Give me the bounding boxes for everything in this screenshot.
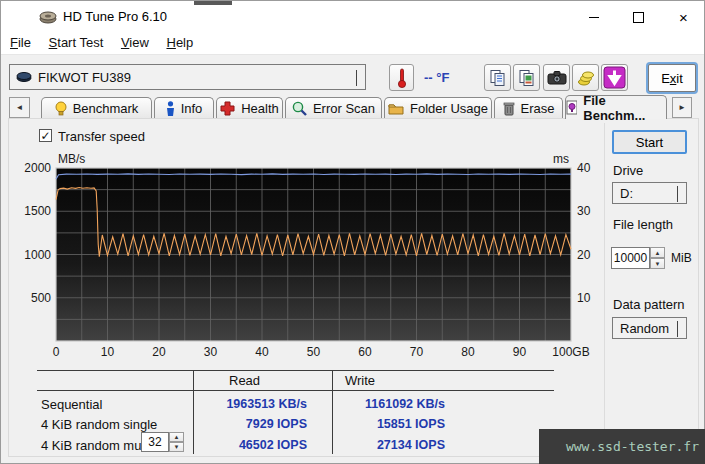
minimize-button[interactable] [571, 1, 616, 33]
drive-select[interactable]: D: [612, 182, 687, 204]
file-length-spinner: ▲ ▼ [650, 247, 665, 269]
transfer-speed-label: Transfer speed [58, 129, 145, 144]
row-sequential-label: Sequential [41, 397, 102, 412]
sequential-read-value: 1963513 KB/s [193, 397, 307, 411]
data-pattern-chevron-icon [677, 321, 686, 336]
tab-scroll-left-button[interactable]: ◄ [9, 97, 30, 118]
tab-scroll-right-icon: ► [678, 103, 686, 112]
row-random-multi-label: 4 KiB random multi [41, 438, 151, 453]
drive-select-value: D: [620, 186, 633, 201]
save-results-button[interactable] [601, 64, 628, 91]
menu-help[interactable]: Help [159, 33, 200, 52]
queue-depth-up-button[interactable]: ▲ [169, 432, 184, 442]
coins-button[interactable] [572, 64, 599, 91]
svg-text:40: 40 [255, 345, 269, 359]
menu-start-test[interactable]: Start Test [42, 33, 111, 52]
tab-scroll-right-button[interactable]: ► [672, 97, 692, 118]
temperature-value: -- °F [424, 70, 449, 85]
svg-text:1000: 1000 [24, 248, 51, 262]
close-icon: × [679, 10, 688, 25]
benchmark-chart: MB/sms2000150010005004030201001020304050… [19, 151, 625, 363]
random-single-write-value: 15851 IOPS [333, 417, 445, 431]
check-icon: ✓ [40, 130, 50, 142]
tab-erase[interactable]: Erase [494, 97, 563, 119]
queue-depth-input[interactable]: 32 [141, 432, 169, 452]
copy-image-button[interactable] [513, 64, 540, 91]
background-window-artifact [194, 1, 232, 5]
svg-text:0: 0 [53, 345, 60, 359]
tab-health[interactable]: Health [216, 97, 283, 119]
svg-text:70: 70 [410, 345, 424, 359]
device-select[interactable]: FIKWOT FU389 [9, 64, 366, 90]
camera-icon [547, 70, 567, 86]
screenshot-button[interactable] [543, 64, 570, 91]
svg-text:80: 80 [461, 345, 475, 359]
transfer-speed-checkbox[interactable]: ✓ [39, 129, 52, 142]
random-multi-read-value: 46502 IOPS [193, 438, 307, 452]
tab-file-benchmark[interactable]: File Benchm... [565, 95, 667, 119]
queue-depth-down-button[interactable]: ▼ [169, 442, 184, 452]
copy-text-icon [489, 69, 507, 87]
results-header-line [37, 390, 554, 391]
title-bar: HD Tune Pro 6.10 × [1, 1, 704, 33]
info-icon [166, 101, 175, 116]
svg-text:30: 30 [204, 345, 218, 359]
arrow-down-icon: ▼ [174, 444, 180, 450]
svg-text:60: 60 [358, 345, 372, 359]
benchmark-bulb-icon [55, 101, 67, 116]
copy-text-button[interactable] [484, 64, 511, 91]
svg-text:500: 500 [31, 291, 51, 305]
menu-bar: File Start Test View Help [1, 33, 704, 54]
tab-folder-usage[interactable]: Folder Usage [384, 97, 492, 119]
maximize-button[interactable] [616, 1, 661, 33]
svg-text:20: 20 [577, 248, 591, 262]
results-column-write: Write [345, 373, 375, 388]
device-select-chevron-icon [356, 70, 365, 85]
data-pattern-label: Data pattern [613, 297, 685, 312]
file-length-up-button[interactable]: ▲ [650, 247, 665, 258]
file-benchmark-icon [566, 100, 577, 115]
arrow-up-icon: ▲ [655, 250, 661, 256]
svg-text:50: 50 [307, 345, 321, 359]
device-select-value: FIKWOT FU389 [38, 70, 131, 85]
drive-disk-icon [16, 71, 32, 83]
drive-label: Drive [613, 163, 643, 178]
file-length-down-button[interactable]: ▼ [650, 258, 665, 269]
maximize-icon [633, 12, 644, 23]
folder-icon [388, 102, 404, 115]
file-length-input[interactable]: 10000 [611, 247, 650, 269]
tab-benchmark[interactable]: Benchmark [41, 97, 152, 119]
random-single-read-value: 7929 IOPS [193, 417, 307, 431]
start-button[interactable]: Start [612, 130, 687, 154]
tab-strip: ◄ Benchmark Info Health [1, 95, 704, 119]
svg-text:1500: 1500 [24, 204, 51, 218]
svg-text:40: 40 [577, 161, 591, 175]
close-button[interactable]: × [661, 1, 705, 33]
download-arrow-icon [603, 66, 626, 89]
thermometer-icon [397, 68, 407, 88]
tab-info[interactable]: Info [154, 97, 214, 119]
svg-text:10: 10 [101, 345, 115, 359]
arrow-down-icon: ▼ [655, 261, 661, 267]
svg-text:100GB: 100GB [552, 345, 589, 359]
arrow-up-icon: ▲ [174, 434, 180, 440]
results-top-line [37, 370, 554, 371]
toolbar: FIKWOT FU389 -- °F [1, 54, 704, 96]
svg-text:20: 20 [152, 345, 166, 359]
svg-text:30: 30 [577, 204, 591, 218]
svg-text:2000: 2000 [24, 161, 51, 175]
menu-file[interactable]: File [3, 33, 38, 52]
temperature-button[interactable] [389, 64, 414, 91]
results-column-read: Read [229, 373, 260, 388]
file-length-label: File length [613, 217, 673, 232]
copy-image-icon [518, 69, 536, 87]
exit-button[interactable]: Exit [648, 64, 696, 92]
hd-tune-window: HD Tune Pro 6.10 × File Start Test View … [0, 0, 705, 464]
queue-depth-spinner: ▲ ▼ [169, 432, 184, 452]
file-length-unit: MiB [671, 251, 692, 265]
menu-view[interactable]: View [114, 33, 156, 52]
data-pattern-select[interactable]: Random [612, 317, 687, 339]
watermark: www.ssd-tester.fr [539, 429, 705, 464]
coins-icon [577, 69, 595, 87]
tab-error-scan[interactable]: Error Scan [285, 97, 382, 119]
